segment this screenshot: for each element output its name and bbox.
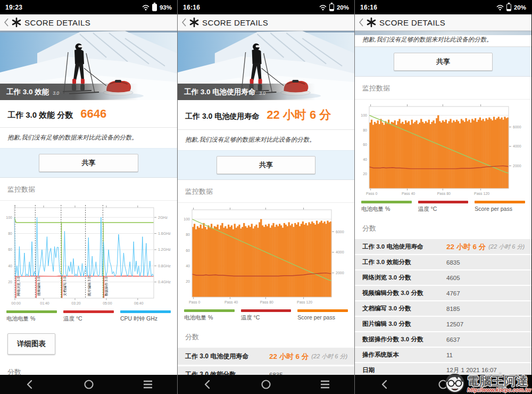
- chart-legend: 电池电量 % 温度 °C Score per pass: [355, 198, 531, 217]
- svg-text:Pass 80: Pass 80: [260, 300, 273, 304]
- wifi-icon: [319, 4, 327, 11]
- legend-label: 电池电量 %: [6, 315, 57, 323]
- performance-monitor-chart: 20406080100网络浏览 3.0视频编辑 3.0文档编写 3.0图片编辑 …: [0, 202, 177, 308]
- score-row-label: 图片编辑 3.0 分数: [362, 320, 446, 328]
- svg-text:60: 60: [186, 249, 190, 252]
- legend-item: 温度 °C: [241, 309, 292, 322]
- svg-text:2000: 2000: [513, 164, 521, 168]
- score-row-value: 12507: [446, 321, 463, 327]
- monitor-section-header: 监控数据: [0, 178, 177, 201]
- share-button[interactable]: 共享: [217, 156, 315, 174]
- legend-label: 电池电量 %: [184, 314, 235, 322]
- back-chevron-icon[interactable]: [359, 18, 363, 27]
- score-row-label: 工作 3.0 效能分数: [362, 258, 446, 266]
- legend-item: CPU 时钟 GHz: [120, 310, 171, 323]
- banner-photo: 工作 3.0 电池使用寿命 3.0: [178, 31, 354, 100]
- banner-title: 工作 3.0 效能: [6, 87, 49, 97]
- banner-version: 3.0: [259, 91, 265, 96]
- main-score-row: 工作 3.0 效能 分数 6646: [0, 100, 177, 128]
- monitor-section-header: 监控数据: [355, 77, 531, 100]
- svg-text:Pass 120: Pass 120: [474, 192, 489, 195]
- banner-title: 工作 3.0 电池使用寿命: [184, 87, 255, 97]
- battery-chart-block: 20406080100200040006000Pass 0Pass 40Pass…: [355, 100, 531, 217]
- main-score-row: 工作 3.0 电池使用寿命 22 小时 6 分: [178, 100, 354, 130]
- svg-text:80: 80: [363, 128, 367, 132]
- score-row: 数据操作分数 3.0 分数 6637: [355, 332, 531, 347]
- legend-item: Score per pass: [297, 309, 348, 322]
- svg-text:4000: 4000: [336, 250, 344, 254]
- main-score-label: 工作 3.0 电池使用寿命: [185, 112, 259, 121]
- svg-text:1.6GHz: 1.6GHz: [158, 232, 171, 235]
- nav-home-button[interactable]: [250, 375, 282, 394]
- legend-color-bar: [63, 310, 114, 313]
- svg-text:1.2GHz: 1.2GHz: [158, 248, 171, 251]
- nav-menu-button[interactable]: [132, 375, 164, 394]
- score-row: 工作 3.0 电池使用寿命 22 小时 6 分 (22 小时 6 分): [178, 348, 354, 365]
- nav-home-button[interactable]: [73, 375, 105, 394]
- battery-monitor-chart: 20406080100200040006000Pass 0Pass 40Pass…: [178, 204, 354, 307]
- status-bar: 19:23 93%: [0, 0, 177, 14]
- svg-text:Pass 120: Pass 120: [297, 300, 312, 304]
- svg-text:40: 40: [363, 158, 367, 161]
- banner-version: 3.0: [53, 91, 59, 96]
- svg-text:文档编写 3.0: 文档编写 3.0: [63, 276, 67, 296]
- svg-text:Pass 40: Pass 40: [402, 192, 415, 195]
- score-row-value: 6637: [446, 336, 460, 343]
- legend-label: CPU 时钟 GHz: [120, 315, 171, 323]
- score-row: 文档编写 3.0 分数 8185: [355, 301, 531, 316]
- svg-text:视频编辑 3.0: 视频编辑 3.0: [37, 276, 41, 296]
- score-row-label: 文档编写 3.0 分数: [362, 305, 446, 313]
- battery-icon: [329, 4, 334, 11]
- legend-label: 温度 °C: [63, 315, 114, 323]
- panel-battery-life: 16:16 20% SCORE DETAILS 工作 3.0 电池使用寿命 3.…: [177, 0, 354, 394]
- legend-item: 温度 °C: [63, 310, 114, 323]
- battery-percent: 20%: [514, 4, 526, 11]
- score-row: 图片编辑 3.0 分数 12507: [355, 317, 531, 331]
- status-time: 19:23: [5, 4, 22, 11]
- svg-text:Pass 0: Pass 0: [366, 192, 378, 195]
- svg-text:6000: 6000: [336, 230, 344, 234]
- share-button[interactable]: 共享: [394, 53, 493, 71]
- svg-text:100: 100: [361, 113, 367, 117]
- battery-monitor-chart: 20406080100200040006000Pass 0Pass 40Pass…: [355, 101, 531, 198]
- score-row-label: 视频编辑分数 3.0 分数: [362, 289, 446, 297]
- svg-text:20: 20: [8, 280, 12, 284]
- monitor-section-header: 监控数据: [178, 180, 354, 203]
- legend-color-bar: [475, 201, 525, 203]
- legend-label: 电池电量 %: [361, 206, 412, 213]
- back-chevron-icon[interactable]: [4, 18, 9, 27]
- svg-text:40: 40: [186, 264, 190, 268]
- share-button[interactable]: 共享: [39, 154, 138, 172]
- nav-back-button[interactable]: [191, 375, 223, 394]
- legend-color-bar: [241, 309, 292, 312]
- legend-item: 温度 °C: [418, 201, 469, 213]
- svg-text:80: 80: [8, 232, 12, 235]
- status-time: 16:16: [360, 4, 377, 11]
- panel-performance: 19:23 93% SCORE DETAILS 工作 3.0 效能 3.0 工作…: [0, 0, 177, 394]
- legend-label: 温度 °C: [241, 314, 292, 322]
- score-row-note: (22 小时 6 分): [488, 243, 525, 251]
- svg-text:Pass 0: Pass 0: [189, 300, 201, 304]
- nav-back-button[interactable]: [368, 375, 400, 394]
- back-chevron-icon[interactable]: [182, 18, 186, 27]
- legend-item: 电池电量 %: [184, 309, 235, 322]
- legend-label: 温度 °C: [418, 206, 469, 213]
- page-title: SCORE DETAILS: [202, 18, 268, 27]
- no-data-notice: 抱歉,我们没有足够的数据来对比此设备的分数。: [178, 130, 354, 150]
- nav-back-button[interactable]: [14, 375, 46, 394]
- nav-menu-button[interactable]: [309, 375, 341, 394]
- status-time: 16:16: [183, 4, 200, 11]
- svg-text:03:20: 03:20: [71, 301, 81, 305]
- performance-chart-block: 20406080100网络浏览 3.0视频编辑 3.0文档编写 3.0图片编辑 …: [0, 201, 177, 326]
- detailed-charts-button[interactable]: 详细图表: [7, 333, 55, 355]
- battery-icon: [152, 4, 157, 11]
- page-title: SCORE DETAILS: [379, 18, 445, 27]
- score-row: 工作 3.0 效能分数 6835: [355, 255, 531, 269]
- svg-text:网络浏览 3.0: 网络浏览 3.0: [16, 276, 21, 296]
- banner-title-band: 工作 3.0 效能 3.0: [0, 84, 177, 100]
- chart-legend: 电池电量 % 温度 °C Score per pass: [178, 307, 354, 325]
- svg-text:4000: 4000: [513, 144, 521, 148]
- share-section: 共享: [178, 150, 354, 180]
- mascot-face-icon: [444, 371, 466, 394]
- score-row-value: 6835: [446, 259, 460, 266]
